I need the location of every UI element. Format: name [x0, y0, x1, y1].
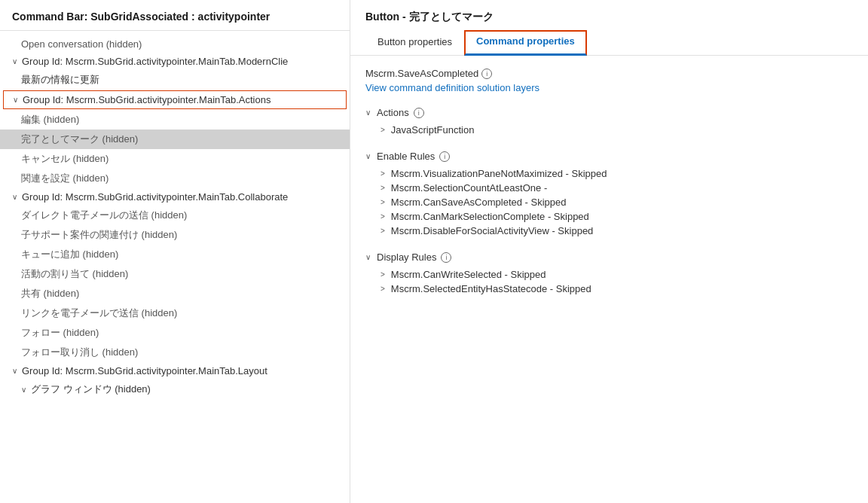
rule-chevron-icon: > — [381, 169, 385, 178]
rule-label: Mscrm.DisableForSocialActivityView - Ski… — [391, 225, 594, 236]
rule-item-can-write[interactable]: > Mscrm.CanWriteSelected - Skipped — [365, 267, 853, 282]
button-title: Button - 完了としてマーク — [365, 11, 853, 24]
tree-item-unfollow[interactable]: フォロー取り消し (hidden) — [0, 343, 350, 362]
chevron-icon: ∨ — [21, 386, 26, 394]
chevron-icon: ∨ — [12, 193, 17, 201]
section-info-icon[interactable]: i — [414, 108, 424, 118]
tree-item-label: Group Id: Mscrm.SubGrid.activitypointer.… — [23, 94, 270, 105]
rule-chevron-icon: > — [381, 270, 385, 279]
section-display-rules: ∨ Display Rules i > Mscrm.CanWriteSelect… — [365, 252, 853, 296]
rule-label: Mscrm.CanMarkSelectionComplete - Skipped — [391, 211, 589, 222]
tree-item-label: 完了としてマーク (hidden) — [21, 133, 138, 146]
left-panel: Command Bar: SubGridAssociated : activit… — [0, 0, 350, 503]
tree-item-label: 編集 (hidden) — [21, 113, 79, 127]
tree-item-follow[interactable]: フォロー (hidden) — [0, 323, 350, 343]
tree-item-group-actions[interactable]: ∨Group Id: Mscrm.SubGrid.activitypointer… — [3, 90, 347, 109]
tree-item-label: 最新の情報に更新 — [21, 73, 99, 87]
rule-chevron-icon: > — [381, 285, 385, 293]
tree-item-group-collaborate[interactable]: ∨Group Id: Mscrm.SubGrid.activitypointer… — [0, 188, 350, 206]
tree-item-label: 関連を設定 (hidden) — [21, 172, 108, 185]
rule-item-js-function[interactable]: > JavaScriptFunction — [365, 123, 853, 137]
rule-item-can-mark[interactable]: > Mscrm.CanMarkSelectionComplete - Skipp… — [365, 209, 853, 224]
section-label: Enable Rules — [377, 151, 435, 162]
tree-item-direct-email[interactable]: ダイレクト電子メールの送信 (hidden) — [0, 206, 350, 225]
rule-label: JavaScriptFunction — [391, 124, 475, 136]
tree-item-send-link[interactable]: リンクを電子メールで送信 (hidden) — [0, 303, 350, 323]
tree-item-edit-hidden[interactable]: 編集 (hidden) — [0, 110, 350, 130]
rule-chevron-icon: > — [381, 184, 385, 192]
tree-item-graph-window[interactable]: ∨グラフ ウィンドウ (hidden) — [0, 380, 350, 399]
rule-item-disable-social[interactable]: > Mscrm.DisableForSocialActivityView - S… — [365, 224, 853, 238]
tree-item-sub-case[interactable]: 子サポート案件の関連付け (hidden) — [0, 225, 350, 245]
tree-item-label: グラフ ウィンドウ (hidden) — [31, 383, 151, 396]
section-info-icon[interactable]: i — [439, 151, 450, 162]
section-chevron-icon: ∨ — [365, 253, 371, 261]
section-info-icon[interactable]: i — [441, 252, 451, 263]
tree-item-update-info[interactable]: 最新の情報に更新 — [0, 70, 350, 90]
tree-item-relate-hidden[interactable]: 関連を設定 (hidden) — [0, 169, 350, 188]
tree-item-group-main-moderne[interactable]: ∨Group Id: Mscrm.SubGrid.activitypointer… — [0, 53, 350, 70]
tree-item-label: キューに追加 (hidden) — [21, 248, 118, 261]
chevron-icon: ∨ — [12, 57, 17, 66]
tabs: Button properties Command properties — [365, 30, 853, 55]
view-solution-layers-link[interactable]: View command definition solution layers — [365, 82, 539, 93]
tree-item-label: Group Id: Mscrm.SubGrid.activitypointer.… — [22, 56, 288, 67]
property-label: Mscrm.SaveAsCompleted i — [365, 68, 853, 79]
tree-item-label: Group Id: Mscrm.SubGrid.activitypointer.… — [22, 365, 267, 376]
tree-item-label: 共有 (hidden) — [21, 287, 79, 300]
chevron-icon: ∨ — [13, 96, 18, 104]
tree-item-label: 子サポート案件の関連付け (hidden) — [21, 228, 177, 242]
tree-item-label: ダイレクト電子メールの送信 (hidden) — [21, 209, 187, 222]
chevron-icon: ∨ — [12, 367, 17, 375]
tree-item-group-layout[interactable]: ∨Group Id: Mscrm.SubGrid.activitypointer… — [0, 362, 350, 380]
tree-item-share[interactable]: 共有 (hidden) — [0, 284, 350, 303]
rule-item-selection-count[interactable]: > Mscrm.SelectionCountAtLeastOne - — [365, 181, 853, 195]
section-header-display-rules[interactable]: ∨ Display Rules i — [365, 252, 853, 263]
right-panel-header: Button - 完了としてマーク Button properties Comm… — [350, 0, 868, 56]
tree-item-label: フォロー取り消し (hidden) — [21, 346, 138, 359]
section-chevron-icon: ∨ — [365, 108, 371, 117]
rule-item-viz-pane[interactable]: > Mscrm.VisualizationPaneNotMaximized - … — [365, 166, 853, 181]
tree-item-open-conversation[interactable]: Open conversation (hidden) — [0, 35, 350, 53]
rule-label: Mscrm.SelectedEntityHasStatecode - Skipp… — [391, 283, 591, 294]
tree-item-mark-complete[interactable]: 完了としてマーク (hidden) — [0, 130, 350, 149]
rule-item-has-statecode[interactable]: > Mscrm.SelectedEntityHasStatecode - Ski… — [365, 282, 853, 296]
rule-item-can-save[interactable]: > Mscrm.CanSaveAsCompleted - Skipped — [365, 195, 853, 209]
right-panel: Button - 完了としてマーク Button properties Comm… — [350, 0, 868, 503]
property-name: Mscrm.SaveAsCompleted — [365, 68, 478, 79]
tree-item-label: リンクを電子メールで送信 (hidden) — [21, 306, 177, 320]
section-header-actions[interactable]: ∨ Actions i — [365, 107, 853, 118]
right-panel-content: Mscrm.SaveAsCompleted i View command def… — [350, 56, 868, 503]
tree-item-cancel-hidden[interactable]: キャンセル (hidden) — [0, 149, 350, 169]
tree-item-label: Group Id: Mscrm.SubGrid.activitypointer.… — [22, 191, 288, 203]
section-header-enable-rules[interactable]: ∨ Enable Rules i — [365, 151, 853, 162]
section-chevron-icon: ∨ — [365, 152, 371, 160]
rule-chevron-icon: > — [381, 126, 385, 134]
tree-view: Open conversation (hidden)∨Group Id: Msc… — [0, 31, 350, 503]
property-info-icon[interactable]: i — [481, 69, 492, 79]
rule-chevron-icon: > — [381, 227, 385, 235]
left-panel-title: Command Bar: SubGridAssociated : activit… — [0, 0, 350, 31]
section-label: Display Rules — [377, 252, 436, 263]
tree-item-label: 活動の割り当て (hidden) — [21, 267, 128, 281]
rule-label: Mscrm.CanWriteSelected - Skipped — [391, 269, 546, 280]
section-actions: ∨ Actions i > JavaScriptFunction — [365, 107, 853, 137]
rule-label: Mscrm.SelectionCountAtLeastOne - — [391, 182, 547, 194]
tree-item-label: フォロー (hidden) — [21, 326, 99, 340]
section-enable-rules: ∨ Enable Rules i > Mscrm.VisualizationPa… — [365, 151, 853, 238]
tree-item-label: キャンセル (hidden) — [21, 152, 108, 166]
rule-chevron-icon: > — [381, 198, 385, 206]
tree-item-add-queue[interactable]: キューに追加 (hidden) — [0, 245, 350, 264]
section-label: Actions — [377, 107, 409, 118]
tab-command-properties[interactable]: Command properties — [464, 30, 587, 56]
rule-label: Mscrm.CanSaveAsCompleted - Skipped — [391, 197, 567, 208]
tab-button-properties[interactable]: Button properties — [365, 30, 464, 56]
tree-item-assign-activity[interactable]: 活動の割り当て (hidden) — [0, 264, 350, 284]
tree-item-label: Open conversation (hidden) — [21, 38, 142, 50]
rule-chevron-icon: > — [381, 212, 385, 221]
rule-label: Mscrm.VisualizationPaneNotMaximized - Sk… — [391, 168, 607, 179]
